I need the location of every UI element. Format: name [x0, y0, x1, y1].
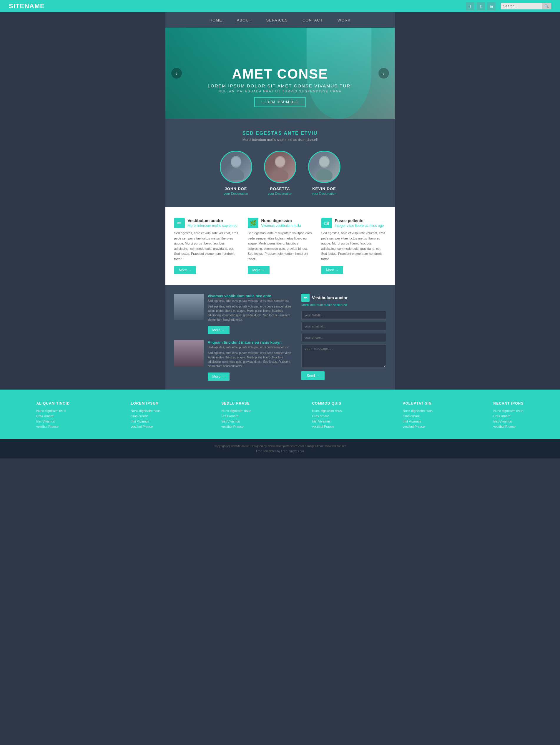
search-input[interactable] [501, 3, 542, 9]
contact-subtitle: Morbi interdum mollis sapien ed [301, 303, 386, 306]
contact-icon: ✏ [301, 294, 310, 302]
service-title-1: Vestibulum auctor [188, 218, 238, 223]
svg-point-8 [319, 157, 329, 166]
footer-link-4-2[interactable]: Cras ornare [312, 414, 342, 418]
footer-link-3-1[interactable]: Nunc dignissim risus [221, 409, 251, 413]
contact-send-button[interactable]: Send → [301, 371, 324, 380]
footer-col-3-title: SEDLU PRASE [221, 401, 251, 406]
team-role-rosetta: your Designation [264, 192, 296, 195]
team-member-john: JOHN DOE your Designation [220, 151, 252, 195]
footer-link-6-1[interactable]: Nunc dignissim risus [494, 409, 524, 413]
footer-link-5-4[interactable]: vestibul Praese [403, 425, 433, 428]
footer-link-6-3[interactable]: trist Vivamus [494, 420, 524, 423]
blog-post-1-content: Vivamus vestibulum nulla nec ante Sed eg… [208, 294, 293, 334]
footer-link-5-2[interactable]: Cras ornare [403, 414, 433, 418]
footer-col-3: SEDLU PRASE Nunc dignissim risus Cras or… [221, 401, 251, 430]
footer-link-2-4[interactable]: vestibul Praese [131, 425, 160, 428]
footer-link-2-3[interactable]: trist Vivamus [131, 420, 160, 423]
footer-link-2-1[interactable]: Nunc dignissim risus [131, 409, 160, 413]
service-title-2: Nunc dignissim [261, 218, 301, 223]
hero-cta-button[interactable]: LOREM IPSUM DLO [254, 97, 306, 107]
footer-link-1-1[interactable]: Nunc dignissim risus [36, 409, 70, 413]
blog-post-2-image [174, 340, 204, 367]
nav-home[interactable]: HOME [210, 18, 222, 22]
contact-form: Send → [301, 311, 386, 380]
svg-point-4 [272, 169, 288, 180]
svg-point-2 [231, 157, 241, 166]
footer-col-4: COMMOD QUIS Nunc dignissim risus Cras or… [312, 401, 342, 430]
team-name-john: JOHN DOE [220, 187, 252, 191]
contact-title: ✏ Vestibulum auctor [301, 294, 386, 302]
hero-subtitle: LOREM IPSUM DOLOR SIT AMET CONSE VIVAMUS… [208, 83, 352, 88]
service-text-3: Sed egestas, ante et vulputate volutpat,… [321, 231, 386, 262]
blog-post-2-subtitle: Sed egestas, ante et vulputate volutpat,… [208, 346, 293, 349]
blog-post-2-title: Aliquam tincidunt mauris eu risus kuoyn [208, 340, 293, 345]
nav-contact[interactable]: CONTACT [303, 18, 323, 22]
twitter-icon[interactable]: t [477, 2, 485, 10]
footer-link-6-2[interactable]: Cras ornare [494, 414, 524, 418]
avatar-john [220, 151, 252, 183]
nav-about[interactable]: ABOUT [237, 18, 252, 22]
footer-link-4-1[interactable]: Nunc dignissim risus [312, 409, 342, 413]
team-name-kevin: KEVIN DOE [308, 187, 340, 191]
footer-link-2-2[interactable]: Cras ornare [131, 414, 160, 418]
facebook-icon[interactable]: f [466, 2, 474, 10]
service-text-1: Sed egestas, ante et vulputate volutpat,… [174, 231, 239, 262]
service-more-button-3[interactable]: More → [321, 266, 343, 274]
contact-phone-input[interactable] [301, 333, 386, 342]
team-name-rosetta: ROSETTA [264, 187, 296, 191]
footer-link-4-3[interactable]: trist Vivamus [312, 420, 342, 423]
nav-services[interactable]: SERVICES [266, 18, 288, 22]
footer-link-3-2[interactable]: Cras ornare [221, 414, 251, 418]
footer-col-1-title: ALIQUAM TINCID [36, 401, 70, 406]
footer-col-5: VOLUPTAT SIN Nunc dignissim risus Cras o… [403, 401, 433, 430]
team-role-kevin: your Designation [308, 192, 340, 195]
service-item-3: 🛋 Fusce pellente Integer vitae libero ac… [321, 218, 386, 274]
blog-post-1-text: Sed egestas, ante et vulputate volutpat,… [208, 304, 293, 322]
copyright-text: Copyright(c) website name. Designed by: … [9, 444, 551, 449]
services-grid: ✏ Vestibulum auctor Morbi interdum molli… [174, 218, 386, 274]
team-section-subtitle: Morbi interdum mollis sapien ed ac risus… [174, 138, 386, 142]
service-icon-3: 🛋 [321, 218, 332, 228]
blog-post-2-content: Aliquam tincidunt mauris eu risus kuoyn … [208, 340, 293, 381]
team-member-rosetta: ROSETTA your Designation [264, 151, 296, 195]
linkedin-icon[interactable]: in [487, 2, 496, 10]
blog-more-button-1[interactable]: More → [208, 326, 230, 334]
service-more-button-1[interactable]: More → [174, 266, 196, 274]
service-header-2: 🌿 Nunc dignissim Vivamus vestibulum null… [248, 218, 313, 228]
footer-col-5-title: VOLUPTAT SIN [403, 401, 433, 406]
hero-tagline: NULLAM MALESUADA ERAT UT TURPIS SUSPENDI… [208, 90, 352, 93]
team-section-title: SED EGESTAS ANTE ETVIU [174, 131, 386, 136]
slider-prev-button[interactable]: ‹ [171, 68, 182, 78]
contact-message-input[interactable] [301, 344, 386, 368]
avatar-rosetta [264, 151, 296, 183]
footer-link-1-4[interactable]: vestibul Praese [36, 425, 70, 428]
footer-link-1-3[interactable]: trist Vivamus [36, 420, 70, 423]
contact-name-input[interactable] [301, 311, 386, 320]
footer-link-3-4[interactable]: vestibul Praese [221, 425, 251, 428]
footer-links: ALIQUAM TINCID Nunc dignissim risus Cras… [0, 390, 560, 439]
blog-more-button-2[interactable]: More → [208, 372, 230, 381]
blog-post-1-subtitle: Sed egestas, ante et vulputate volutpat,… [208, 299, 293, 302]
footer-link-3-3[interactable]: trist Vivamus [221, 420, 251, 423]
services-section: ✏ Vestibulum auctor Morbi interdum molli… [165, 207, 395, 285]
blog-post-2: Aliquam tincidunt mauris eu risus kuoyn … [174, 340, 293, 381]
blog-column: Vivamus vestibulum nulla nec ante Sed eg… [174, 294, 293, 381]
contact-email-input[interactable] [301, 322, 386, 331]
footer-link-5-1[interactable]: Nunc dignissim risus [403, 409, 433, 413]
footer-link-6-4[interactable]: vestibul Praese [494, 425, 524, 428]
hero-content: AMET CONSE LOREM IPSUM DOLOR SIT AMET CO… [208, 66, 352, 107]
footer-link-5-3[interactable]: trist Vivamus [403, 420, 433, 423]
footer-col-1: ALIQUAM TINCID Nunc dignissim risus Cras… [36, 401, 70, 430]
slider-next-button[interactable]: › [378, 68, 389, 78]
footer-link-4-4[interactable]: vestibul Praese [312, 425, 342, 428]
service-more-button-2[interactable]: More → [248, 266, 270, 274]
blog-post-1: Vivamus vestibulum nulla nec ante Sed eg… [174, 294, 293, 334]
footer-link-1-2[interactable]: Cras ornare [36, 414, 70, 418]
svg-point-5 [275, 157, 285, 166]
bottom-bar: Copyright(c) website name. Designed by: … [0, 439, 560, 458]
nav-work[interactable]: WORK [338, 18, 350, 22]
blog-contact-section: Vivamus vestibulum nulla nec ante Sed eg… [165, 285, 395, 390]
search-button[interactable]: 🔍 [542, 3, 551, 9]
footer-col-4-title: COMMOD QUIS [312, 401, 342, 406]
